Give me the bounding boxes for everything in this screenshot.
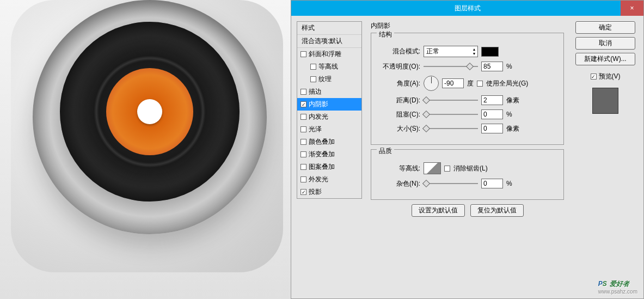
choke-slider[interactable] bbox=[424, 111, 478, 118]
angle-input[interactable]: -90 bbox=[442, 78, 464, 88]
distance-input[interactable]: 2 bbox=[481, 95, 503, 105]
right-panel: 确定 取消 新建样式(W)... 预览(V) bbox=[573, 21, 638, 293]
style-item-1[interactable]: 等高线 bbox=[297, 60, 361, 73]
style-item-11[interactable]: 投影 bbox=[297, 186, 361, 198]
style-item-label: 外发光 bbox=[309, 175, 328, 184]
style-item-label: 等高线 bbox=[318, 62, 338, 71]
style-item-8[interactable]: 渐变叠加 bbox=[297, 148, 361, 161]
style-checkbox[interactable] bbox=[310, 64, 316, 70]
global-light-checkbox[interactable] bbox=[477, 81, 483, 87]
dropdown-icon: ▴▾ bbox=[473, 47, 475, 56]
style-item-label: 渐变叠加 bbox=[309, 150, 335, 159]
titlebar[interactable]: 图层样式 × bbox=[291, 1, 643, 16]
canvas-preview bbox=[0, 0, 291, 299]
opacity-slider[interactable] bbox=[424, 63, 478, 70]
choke-unit: % bbox=[506, 111, 523, 118]
choke-input[interactable]: 0 bbox=[481, 109, 503, 119]
preview-checkbox[interactable] bbox=[591, 74, 597, 80]
close-icon: × bbox=[630, 4, 634, 12]
reset-default-button[interactable]: 复位为默认值 bbox=[470, 204, 524, 217]
opacity-label: 不透明度(O): bbox=[377, 62, 420, 71]
blending-options-item[interactable]: 混合选项:默认 bbox=[297, 35, 361, 48]
style-checkbox[interactable] bbox=[300, 114, 306, 120]
opacity-unit: % bbox=[506, 63, 523, 70]
style-checkbox[interactable] bbox=[300, 126, 306, 132]
watermark-p: P bbox=[598, 280, 603, 288]
style-item-9[interactable]: 图案叠加 bbox=[297, 161, 361, 173]
noise-input[interactable]: 0 bbox=[481, 179, 503, 188]
angle-label: 角度(A): bbox=[377, 79, 420, 88]
style-checkbox[interactable] bbox=[300, 89, 306, 95]
layer-style-dialog: 图层样式 × 样式 混合选项:默认 斜面和浮雕等高线纹理描边内阴影内发光光泽颜色… bbox=[291, 0, 644, 299]
distance-unit: 像素 bbox=[506, 96, 523, 105]
styles-heading-label: 样式 bbox=[302, 23, 315, 33]
style-checkbox[interactable] bbox=[310, 76, 316, 82]
size-label: 大小(S): bbox=[377, 124, 420, 133]
watermark-s: S bbox=[603, 280, 607, 288]
settings-panel: 内阴影 结构 混合模式: 正常 ▴▾ 不透明度(O): 85 bbox=[366, 21, 568, 293]
style-item-label: 投影 bbox=[309, 187, 322, 197]
preview-label: 预览(V) bbox=[599, 72, 621, 81]
style-item-label: 图案叠加 bbox=[309, 162, 335, 172]
style-item-10[interactable]: 外发光 bbox=[297, 173, 361, 186]
styles-heading[interactable]: 样式 bbox=[297, 22, 361, 35]
style-item-5[interactable]: 内发光 bbox=[297, 111, 361, 123]
style-item-label: 颜色叠加 bbox=[309, 137, 335, 147]
style-item-label: 斜面和浮雕 bbox=[309, 50, 341, 59]
noise-label: 杂色(N): bbox=[377, 179, 420, 188]
structure-fieldset: 结构 混合模式: 正常 ▴▾ 不透明度(O): 85 % bbox=[371, 33, 564, 145]
style-checkbox[interactable] bbox=[300, 51, 306, 57]
watermark: PS 爱好者 www.psahz.com bbox=[598, 276, 637, 295]
style-item-7[interactable]: 颜色叠加 bbox=[297, 136, 361, 148]
new-style-button[interactable]: 新建样式(W)... bbox=[575, 53, 635, 65]
style-checkbox[interactable] bbox=[300, 151, 306, 157]
dialog-title: 图层样式 bbox=[455, 4, 481, 13]
ok-button[interactable]: 确定 bbox=[575, 21, 635, 34]
style-checkbox[interactable] bbox=[300, 164, 306, 170]
style-item-4[interactable]: 内阴影 bbox=[297, 98, 361, 111]
blend-mode-select[interactable]: 正常 ▴▾ bbox=[424, 46, 478, 57]
cancel-button[interactable]: 取消 bbox=[575, 37, 635, 50]
watermark-text: 爱好者 bbox=[610, 280, 629, 288]
record-spindle bbox=[137, 99, 162, 124]
noise-slider[interactable] bbox=[424, 180, 478, 187]
size-unit: 像素 bbox=[506, 124, 523, 133]
contour-label: 等高线: bbox=[377, 164, 420, 173]
section-title: 内阴影 bbox=[371, 21, 564, 30]
style-checkbox[interactable] bbox=[300, 176, 306, 182]
close-button[interactable]: × bbox=[621, 1, 643, 16]
angle-unit: 度 bbox=[467, 79, 474, 88]
style-checkbox[interactable] bbox=[300, 189, 306, 195]
structure-label: 结构 bbox=[377, 30, 394, 39]
antialias-checkbox[interactable] bbox=[444, 166, 450, 172]
style-item-label: 内阴影 bbox=[309, 100, 328, 109]
choke-label: 阻塞(C): bbox=[377, 110, 420, 119]
style-item-0[interactable]: 斜面和浮雕 bbox=[297, 48, 361, 60]
style-item-label: 内发光 bbox=[309, 112, 328, 121]
preview-swatch bbox=[592, 88, 618, 114]
color-swatch[interactable] bbox=[481, 47, 499, 57]
opacity-input[interactable]: 85 bbox=[481, 62, 503, 71]
angle-dial[interactable] bbox=[424, 76, 439, 91]
noise-unit: % bbox=[506, 180, 523, 187]
quality-label: 品质 bbox=[377, 147, 394, 156]
style-item-label: 描边 bbox=[309, 87, 322, 96]
size-input[interactable]: 0 bbox=[481, 124, 503, 133]
contour-picker[interactable] bbox=[424, 162, 441, 174]
antialias-label: 消除锯齿(L) bbox=[453, 164, 488, 173]
style-checkbox[interactable] bbox=[300, 101, 306, 107]
blending-options-label: 混合选项:默认 bbox=[302, 36, 342, 46]
size-slider[interactable] bbox=[424, 125, 478, 132]
style-item-3[interactable]: 描边 bbox=[297, 86, 361, 98]
styles-panel: 样式 混合选项:默认 斜面和浮雕等高线纹理描边内阴影内发光光泽颜色叠加渐变叠加图… bbox=[297, 21, 362, 293]
watermark-url: www.psahz.com bbox=[598, 289, 637, 295]
distance-slider[interactable] bbox=[424, 96, 478, 104]
style-checkbox[interactable] bbox=[300, 139, 306, 145]
distance-label: 距离(D): bbox=[377, 96, 420, 105]
style-item-2[interactable]: 纹理 bbox=[297, 73, 361, 86]
styles-list: 样式 混合选项:默认 斜面和浮雕等高线纹理描边内阴影内发光光泽颜色叠加渐变叠加图… bbox=[297, 21, 362, 199]
set-default-button[interactable]: 设置为默认值 bbox=[412, 204, 465, 217]
quality-fieldset: 品质 等高线: 消除锯齿(L) 杂色(N): 0 % bbox=[371, 149, 564, 200]
global-light-label: 使用全局光(G) bbox=[486, 79, 528, 88]
style-item-6[interactable]: 光泽 bbox=[297, 123, 361, 136]
